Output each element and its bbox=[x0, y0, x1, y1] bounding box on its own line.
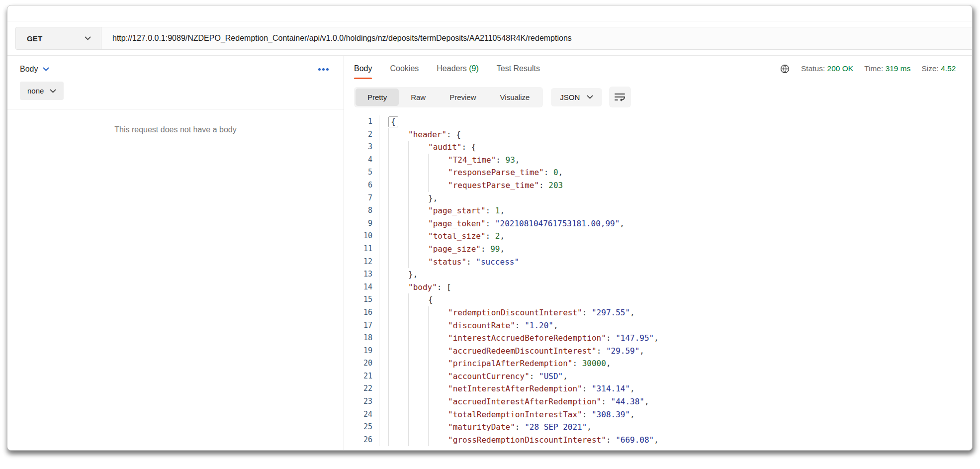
app-window: GET http://127.0.0.1:9089/NZDEPO_Redempt… bbox=[7, 5, 973, 451]
code-line: 19"accruedRedeemDiscountInterest": "29.5… bbox=[354, 345, 972, 358]
code-line: 17"discountRate": "1.20", bbox=[354, 319, 972, 332]
line-content: "status": "success" bbox=[379, 256, 972, 269]
tab-body[interactable]: Body bbox=[354, 57, 372, 80]
chevron-down-icon bbox=[50, 89, 56, 93]
tab-headers[interactable]: Headers (9) bbox=[437, 57, 478, 80]
code-line: 23"accruedInterestAfterRedemption": "44.… bbox=[354, 395, 972, 408]
code-line: 20"principalAfterRedemption": 30000, bbox=[354, 357, 972, 370]
line-number: 3 bbox=[354, 141, 379, 154]
code-line: 8"page_start": 1, bbox=[354, 204, 972, 217]
code-line: 24"totalRedemptionInterestTax": "308.39"… bbox=[354, 408, 972, 421]
line-content: "accruedInterestAfterRedemption": "44.38… bbox=[379, 395, 972, 408]
tab-test-results[interactable]: Test Results bbox=[497, 57, 540, 80]
code-line: 21"accountCurrency": "USD", bbox=[354, 370, 972, 383]
line-number: 7 bbox=[354, 192, 379, 205]
body-section-toggle[interactable]: Body bbox=[20, 65, 49, 74]
line-content: "audit": { bbox=[379, 141, 972, 154]
body-type-value: none bbox=[27, 87, 44, 95]
line-content: "accruedRedeemDiscountInterest": "29.59"… bbox=[379, 345, 972, 358]
method-selector[interactable]: GET bbox=[16, 27, 101, 49]
code-line: 10"total_size": 2, bbox=[354, 230, 972, 243]
line-number: 2 bbox=[354, 128, 379, 141]
empty-body-message: This request does not have a body bbox=[7, 125, 344, 134]
line-content: "totalRedemptionInterestTax": "308.39", bbox=[379, 408, 972, 421]
line-content: "body": [ bbox=[379, 281, 972, 294]
code-line: 5"responseParse_time": 0, bbox=[354, 166, 972, 179]
body-section-label: Body bbox=[20, 65, 38, 74]
line-number: 24 bbox=[354, 408, 379, 421]
response-meta: Status: 200 OK Time: 319 ms Size: 4.52 bbox=[780, 56, 956, 82]
code-line: 18"interestAccruedBeforeRedemption": "14… bbox=[354, 332, 972, 345]
chevron-down-icon bbox=[587, 95, 593, 99]
url-bar: GET http://127.0.0.1:9089/NZDEPO_Redempt… bbox=[15, 27, 972, 50]
body-type-selector[interactable]: none bbox=[20, 82, 64, 100]
format-selector[interactable]: JSON bbox=[551, 88, 602, 106]
code-line: 16"redemptionDiscountInterest": "297.55"… bbox=[354, 306, 972, 319]
request-panel: Body none This request does not have a b… bbox=[7, 56, 344, 451]
code-line: 14"body": [ bbox=[354, 281, 972, 294]
tab-strip bbox=[7, 5, 972, 21]
line-number: 4 bbox=[354, 154, 379, 167]
line-content: "page_size": 99, bbox=[379, 243, 972, 256]
line-number: 8 bbox=[354, 204, 379, 217]
line-content: "discountRate": "1.20", bbox=[379, 319, 972, 332]
request-bar: GET http://127.0.0.1:9089/NZDEPO_Redempt… bbox=[7, 21, 972, 56]
line-content: { bbox=[379, 293, 972, 306]
view-mode-pretty[interactable]: Pretty bbox=[356, 89, 399, 106]
line-number: 13 bbox=[354, 268, 379, 281]
line-number: 14 bbox=[354, 281, 379, 294]
view-mode-preview[interactable]: Preview bbox=[438, 89, 488, 106]
request-body-header: Body bbox=[7, 56, 344, 74]
response-tabs: BodyCookiesHeaders (9)Test Results bbox=[354, 57, 540, 80]
line-content: "netInterestAfterRedemption": "314.14", bbox=[379, 382, 972, 395]
main-split: Body none This request does not have a b… bbox=[7, 56, 972, 451]
line-number: 21 bbox=[354, 370, 379, 383]
line-number: 5 bbox=[354, 166, 379, 179]
line-number: 12 bbox=[354, 256, 379, 269]
line-content: "interestAccruedBeforeRedemption": "147.… bbox=[379, 332, 972, 345]
code-line: 4"T24_time": 93, bbox=[354, 154, 972, 167]
network-globe-icon[interactable] bbox=[780, 64, 790, 74]
body-type-row: none bbox=[7, 74, 344, 109]
code-line: 25"maturityDate": "28 SEP 2021", bbox=[354, 421, 972, 434]
format-value: JSON bbox=[560, 93, 580, 101]
code-lines: 1{2"header": {3"audit": {4"T24_time": 93… bbox=[354, 115, 972, 446]
line-number: 6 bbox=[354, 179, 379, 192]
line-content: "accountCurrency": "USD", bbox=[379, 370, 972, 383]
response-toolbar: PrettyRawPreviewVisualize JSON bbox=[354, 87, 972, 107]
line-number: 20 bbox=[354, 357, 379, 370]
code-line: 15{ bbox=[354, 293, 972, 306]
line-number: 22 bbox=[354, 382, 379, 395]
code-line: 9"page_token": "202108104761753181.00,99… bbox=[354, 217, 972, 230]
line-number: 19 bbox=[354, 345, 379, 358]
code-line: 3"audit": { bbox=[354, 141, 972, 154]
line-number: 23 bbox=[354, 395, 379, 408]
tab-cookies[interactable]: Cookies bbox=[390, 57, 419, 80]
line-number: 17 bbox=[354, 319, 379, 332]
line-content: "principalAfterRedemption": 30000, bbox=[379, 357, 972, 370]
fold-indicator[interactable]: { bbox=[388, 116, 398, 127]
line-number: 1 bbox=[354, 115, 379, 128]
more-options-icon[interactable] bbox=[318, 68, 329, 71]
line-content: "total_size": 2, bbox=[379, 230, 972, 243]
line-content: "responseParse_time": 0, bbox=[379, 166, 972, 179]
code-line: 6"requestParse_time": 203 bbox=[354, 179, 972, 192]
line-content: }, bbox=[379, 192, 972, 205]
code-line: 7}, bbox=[354, 192, 972, 205]
line-number: 16 bbox=[354, 306, 379, 319]
line-number: 18 bbox=[354, 332, 379, 345]
code-line: 22"netInterestAfterRedemption": "314.14"… bbox=[354, 382, 972, 395]
line-content: }, bbox=[379, 268, 972, 281]
chevron-down-icon bbox=[85, 36, 91, 40]
view-mode-raw[interactable]: Raw bbox=[399, 89, 438, 106]
line-number: 11 bbox=[354, 243, 379, 256]
view-mode-visualize[interactable]: Visualize bbox=[488, 89, 542, 106]
code-line: 2"header": { bbox=[354, 128, 972, 141]
wrap-lines-button[interactable] bbox=[609, 87, 631, 107]
tab-count-badge: (9) bbox=[469, 64, 479, 73]
url-input[interactable]: http://127.0.0.1:9089/NZDEPO_Redemption_… bbox=[101, 27, 972, 49]
line-number: 26 bbox=[354, 434, 379, 447]
line-content: "requestParse_time": 203 bbox=[379, 179, 972, 192]
line-content: "grossRedemptionDiscountInterest": "669.… bbox=[379, 434, 972, 447]
code-line: 1{ bbox=[354, 115, 972, 128]
